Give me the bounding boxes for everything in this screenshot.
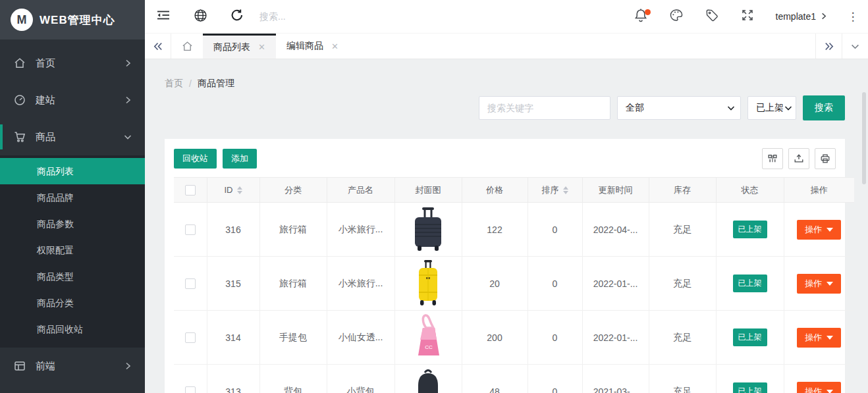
cell-updated: 2021-03-... [582, 365, 649, 393]
product-image-backpack-dark [406, 366, 450, 393]
col-header-category: 分类 [259, 178, 327, 203]
status-badge: 已上架 [733, 382, 767, 393]
tab-edit-goods[interactable]: 编辑商品 ✕ [276, 34, 349, 59]
sidebar-item-components[interactable]: 组件 [0, 384, 145, 393]
category-select[interactable]: 全部 [617, 96, 741, 120]
cell-cover [394, 203, 462, 257]
fullscreen-button[interactable] [730, 0, 765, 33]
table-toolbar: 回收站 添加 [174, 148, 836, 169]
product-cover-thumbnail[interactable] [406, 366, 450, 393]
status-badge: 已上架 [733, 328, 767, 346]
row-checkbox[interactable] [185, 278, 196, 289]
sidebar-item-goods-recycle[interactable]: 商品回收站 [0, 316, 145, 342]
row-action-button[interactable]: 操作 [797, 328, 841, 348]
sort-icon[interactable] [563, 186, 568, 194]
close-icon[interactable]: ✕ [331, 42, 339, 51]
caret-down-icon [827, 228, 833, 232]
search-button[interactable]: 搜索 [803, 95, 845, 120]
global-search-input[interactable] [259, 11, 404, 22]
tab-goods-list[interactable]: 商品列表 ✕ [203, 34, 276, 59]
cell-status: 已上架 [716, 257, 784, 311]
sidebar-item-goods-params[interactable]: 商品参数 [0, 211, 145, 237]
more-menu-button[interactable]: ⋮ [838, 0, 868, 33]
cell-price: 48 [462, 365, 528, 393]
goods-table-card: 回收站 添加 [165, 139, 845, 393]
chevron-right-icon [124, 96, 132, 104]
cell-updated: 2022-01-... [582, 257, 649, 311]
print-button[interactable] [815, 148, 836, 169]
cell-sort: 0 [528, 311, 582, 365]
refresh-button[interactable] [219, 0, 256, 33]
row-action-button[interactable]: 操作 [797, 274, 841, 294]
table-header-row: ID 分类 产品名 封面图 价格 排序 更新时间 库存 状态 操作 [174, 178, 854, 203]
sidebar-item-goods-brand[interactable]: 商品品牌 [0, 184, 145, 211]
template-label: template1 [776, 11, 816, 22]
row-action-button[interactable]: 操作 [797, 382, 841, 393]
tabs-scroll-right-button[interactable] [815, 34, 842, 59]
sidebar-item-goods-type[interactable]: 商品类型 [0, 263, 145, 290]
col-header-sort[interactable]: 排序 [528, 178, 582, 203]
row-select-cell [174, 203, 207, 257]
close-icon[interactable]: ✕ [258, 43, 265, 51]
cell-status: 已上架 [716, 365, 784, 393]
status-badge: 已上架 [733, 221, 767, 238]
sidebar-item-goods-list[interactable]: 商品列表 [0, 158, 145, 184]
tag-icon [705, 9, 719, 24]
status-select[interactable]: 已上架 [747, 96, 796, 120]
menu-fold-icon [157, 9, 170, 24]
product-cover-thumbnail[interactable]: CC [406, 312, 450, 361]
select-all-checkbox[interactable] [185, 185, 196, 196]
row-select-cell [174, 365, 207, 393]
main-area: template1 ⋮ 商品列表 ✕ 编辑商品 ✕ [145, 0, 868, 393]
gauge-icon [13, 93, 26, 107]
sidebar-item-goods-category[interactable]: 商品分类 [0, 290, 145, 316]
chevron-down-icon [727, 104, 735, 112]
breadcrumb-home[interactable]: 首页 [165, 78, 183, 90]
sidebar-item-goods[interactable]: 商品 [0, 118, 145, 155]
sidebar-item-home[interactable]: 首页 [0, 45, 145, 82]
template-switcher[interactable]: template1 [765, 11, 838, 22]
row-checkbox[interactable] [185, 332, 196, 343]
tabs-scroll-left-button[interactable] [145, 34, 171, 59]
tabs-menu-button[interactable] [842, 34, 868, 59]
product-cover-thumbnail[interactable] [406, 204, 450, 253]
cell-action: 操作 [784, 365, 854, 393]
scrollbar-thumb[interactable] [862, 92, 866, 184]
theme-button[interactable] [659, 0, 694, 33]
keyword-input[interactable] [479, 96, 610, 120]
col-header-id[interactable]: ID [207, 178, 259, 203]
tab-home[interactable] [171, 34, 203, 59]
breadcrumb-current: 商品管理 [198, 78, 234, 90]
cell-sort: 0 [528, 257, 582, 311]
cell-stock: 充足 [649, 365, 716, 393]
cell-action: 操作 [784, 311, 854, 365]
table-row: 314手提包小仙女透... CC 20002022-01-...充足已上架操作 [174, 311, 854, 365]
product-cover-thumbnail[interactable] [406, 258, 450, 307]
category-select-value: 全部 [626, 102, 644, 114]
filter-bar: 全部 已上架 搜索 [165, 95, 845, 120]
product-image-suitcase-yellow [406, 258, 450, 307]
goods-table: ID 分类 产品名 封面图 价格 排序 更新时间 库存 状态 操作 316旅行箱 [174, 177, 854, 393]
caret-down-icon [827, 282, 833, 286]
tags-button[interactable] [694, 0, 730, 33]
sidebar-item-site[interactable]: 建站 [0, 82, 145, 118]
add-button[interactable]: 添加 [223, 149, 257, 169]
sidebar-item-label: 前端 [36, 360, 55, 373]
collapse-menu-button[interactable] [145, 0, 182, 33]
row-select-cell [174, 311, 207, 365]
notifications-button[interactable] [623, 0, 659, 33]
recycle-bin-button[interactable]: 回收站 [174, 149, 217, 169]
row-action-button[interactable]: 操作 [797, 220, 841, 240]
export-button[interactable] [788, 148, 809, 169]
sidebar-item-frontend[interactable]: 前端 [0, 348, 145, 384]
row-checkbox[interactable] [185, 386, 196, 393]
sidebar-item-permission[interactable]: 权限配置 [0, 237, 145, 263]
print-icon [820, 153, 830, 164]
cell-price: 20 [462, 257, 528, 311]
column-settings-button[interactable] [762, 148, 783, 169]
sort-icon[interactable] [237, 186, 242, 194]
cell-cover: CC [394, 311, 462, 365]
language-button[interactable] [182, 0, 219, 33]
row-checkbox[interactable] [185, 224, 196, 235]
caret-down-icon [827, 390, 833, 393]
